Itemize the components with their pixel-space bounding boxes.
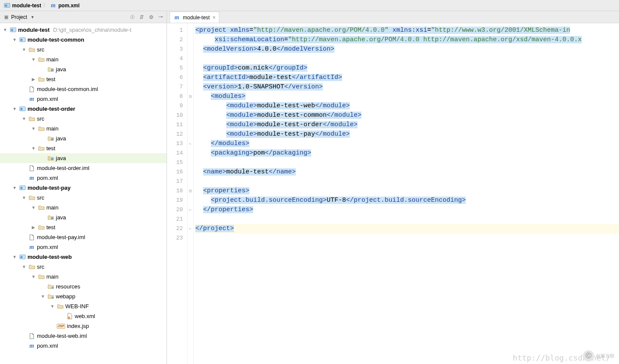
tree-node[interactable]: ▶mpom.xml <box>0 94 167 104</box>
expand-arrow-icon[interactable]: ▼ <box>40 294 46 299</box>
fold-column: ⊟⌐⊟⌐⌐ <box>188 23 194 364</box>
code-line[interactable] <box>195 234 619 243</box>
code-line[interactable]: <groupId>com.nick</groupId> <box>195 64 619 73</box>
expand-arrow-icon[interactable]: ▼ <box>21 116 27 121</box>
code-line[interactable]: <modelVersion>4.0.0</modelVersion> <box>195 45 619 54</box>
sidebar-header: ▣ Project ▼ ☉ ⇵ ⚙ ⭲ <box>0 11 167 23</box>
code-line[interactable]: <module>module-test-pay</module> <box>195 130 619 139</box>
close-icon[interactable]: × <box>212 14 216 21</box>
tree-node[interactable]: ▼webapp <box>0 291 167 301</box>
tree-node[interactable]: ▶test <box>0 222 167 232</box>
tree-node-hint: D:\git_space\os_china\module-t <box>53 27 131 33</box>
code-line[interactable]: <name>module-test</name> <box>195 167 619 177</box>
tree-node[interactable]: ▶JSPindex.jsp <box>0 321 167 331</box>
expand-arrow-icon[interactable]: ▼ <box>21 47 27 52</box>
expand-arrow-icon[interactable]: ▼ <box>50 304 55 309</box>
tree-node[interactable]: ▶mpom.xml <box>0 341 167 351</box>
svg-rect-5 <box>11 29 13 31</box>
tree-node[interactable]: ▼src <box>0 114 167 124</box>
expand-arrow-icon[interactable]: ▼ <box>3 27 8 32</box>
sidebar-title[interactable]: Project ▼ <box>11 14 34 20</box>
editor-tab[interactable]: m module-test × <box>170 12 219 23</box>
code-line[interactable]: </project> <box>195 224 619 234</box>
tree-node[interactable]: ▶java <box>0 64 167 74</box>
expand-arrow-icon[interactable]: ▼ <box>31 274 36 279</box>
expand-arrow-icon[interactable]: ▼ <box>12 255 17 259</box>
code-lines[interactable]: <project xmlns="http://maven.apache.org/… <box>194 23 619 364</box>
collapse-icon[interactable]: ⇵ <box>138 14 145 21</box>
tree-node[interactable]: ▼test <box>0 143 167 153</box>
tree-node[interactable]: ▼src <box>0 45 167 55</box>
tree-node[interactable]: ▼main <box>0 55 167 64</box>
tree-node[interactable]: ▼src <box>0 262 167 272</box>
code-line[interactable]: <project xmlns="http://maven.apache.org/… <box>195 26 619 35</box>
svg-point-23 <box>52 297 53 298</box>
expand-arrow-icon[interactable]: ▼ <box>12 185 17 190</box>
tree-node[interactable]: ▶java <box>0 212 167 222</box>
tree-node[interactable]: ▶mpom.xml <box>0 242 167 252</box>
code-line[interactable]: </properties> <box>195 205 619 215</box>
sidebar-actions: ☉ ⇵ ⚙ ⭲ <box>129 14 164 21</box>
expand-arrow-icon[interactable]: ▼ <box>31 57 36 62</box>
expand-arrow-icon[interactable]: ▼ <box>21 264 27 269</box>
tree-node[interactable]: ▶module-test-order.iml <box>0 163 167 173</box>
brand-logo-icon: Ⓒ <box>583 350 594 361</box>
code-line[interactable]: <packaging>pom</packaging> <box>195 149 619 158</box>
expand-arrow-icon[interactable]: ▼ <box>12 106 17 111</box>
tree-node[interactable]: ▶module-test-common.iml <box>0 84 167 94</box>
code-line[interactable] <box>195 54 619 64</box>
file-icon <box>28 165 35 172</box>
code-line[interactable]: <module>module-test-order</module> <box>195 120 619 130</box>
tree-node[interactable]: ▼main <box>0 272 167 282</box>
gear-icon[interactable]: ⚙ <box>148 14 155 21</box>
expand-arrow-icon[interactable]: ▼ <box>31 126 36 131</box>
tree-node[interactable]: ▼src <box>0 193 167 203</box>
code-line[interactable]: <artifactId>module-test</artifactId> <box>195 73 619 82</box>
tree-node[interactable]: ▼module-test-common <box>0 35 167 45</box>
target-icon[interactable]: ☉ <box>129 14 136 21</box>
expand-arrow-icon[interactable]: ▼ <box>31 146 36 151</box>
code-line[interactable]: <version>1.0-SNAPSHOT</version> <box>195 82 619 92</box>
tree-node[interactable]: ▶module-test-web.iml <box>0 331 167 341</box>
code-line[interactable]: <modules> <box>195 92 619 101</box>
tree-node[interactable]: ▼module-testD:\git_space\os_china\module… <box>0 25 167 35</box>
breadcrumb-item-root[interactable]: module-test <box>3 2 41 9</box>
code-line[interactable]: <project.build.sourceEncoding>UTF-8</pro… <box>195 196 619 205</box>
package-icon <box>47 135 54 142</box>
expand-arrow-icon[interactable]: ▼ <box>12 37 17 42</box>
tree-node[interactable]: ▶java <box>0 133 167 143</box>
expand-arrow-icon[interactable]: ▶ <box>31 225 36 230</box>
project-tree[interactable]: ▼module-testD:\git_space\os_china\module… <box>0 23 167 364</box>
code-line[interactable] <box>195 177 619 186</box>
code-line[interactable] <box>195 158 619 167</box>
tree-node-label: pom.xml <box>37 343 58 349</box>
tree-node[interactable]: ▶resources <box>0 282 167 291</box>
tree-node[interactable]: ▼module-test-web <box>0 252 167 262</box>
tree-node[interactable]: ▶java <box>0 153 167 163</box>
tree-node[interactable]: ▼main <box>0 203 167 212</box>
dropdown-icon: ▼ <box>30 15 34 19</box>
code-area[interactable]: 1234567891011121314151617181920212223 ⊟⌐… <box>167 23 619 364</box>
expand-arrow-icon[interactable]: ▼ <box>31 205 36 210</box>
expand-arrow-icon[interactable]: ▶ <box>31 77 36 82</box>
code-line[interactable]: <module>module-test-web</module> <box>195 101 619 111</box>
expand-arrow-icon[interactable]: ▼ <box>21 195 27 200</box>
tree-node[interactable]: ▼module-test-order <box>0 104 167 114</box>
hide-icon[interactable]: ⭲ <box>157 14 164 21</box>
code-line[interactable] <box>195 215 619 224</box>
svg-rect-12 <box>20 108 22 110</box>
tree-node[interactable]: ▶web.xml <box>0 311 167 321</box>
code-line[interactable]: xsi:schemaLocation="http://maven.apache.… <box>195 35 619 45</box>
tree-node[interactable]: ▼WEB-INF <box>0 301 167 311</box>
tree-node[interactable]: ▼module-test-pay <box>0 183 167 193</box>
tree-node[interactable]: ▶mpom.xml <box>0 173 167 183</box>
breadcrumb-item-file[interactable]: m pom.xml <box>50 2 79 9</box>
code-line[interactable]: <properties> <box>195 186 619 196</box>
tree-node[interactable]: ▼main <box>0 124 167 133</box>
tree-node[interactable]: ▶test <box>0 74 167 84</box>
code-line[interactable]: </modules> <box>195 139 619 149</box>
module-icon <box>19 106 26 112</box>
tree-node-label: src <box>37 46 44 53</box>
code-line[interactable]: <module>module-test-common</module> <box>195 111 619 120</box>
tree-node[interactable]: ▶module-test-pay.iml <box>0 232 167 242</box>
